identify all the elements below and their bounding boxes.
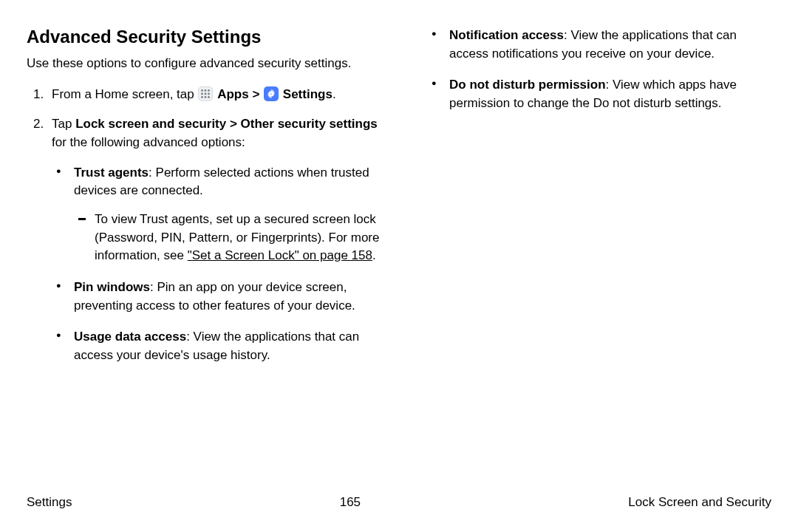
svg-point-0 bbox=[202, 89, 204, 92]
svg-point-7 bbox=[205, 96, 207, 98]
dnd-label: Do not disturb permission bbox=[449, 78, 606, 92]
step1-apps: Apps bbox=[217, 87, 249, 101]
page-heading: Advanced Security Settings bbox=[27, 27, 380, 47]
svg-point-1 bbox=[205, 89, 207, 92]
bullet-trust-agents: Trust agents: Perform selected actions w… bbox=[72, 164, 380, 265]
usage-label: Usage data access bbox=[74, 330, 186, 344]
step2-bold: Lock screen and security > Other securit… bbox=[75, 117, 378, 131]
steps-list: From a Home screen, tap Apps > Settings.… bbox=[27, 86, 380, 365]
apps-icon bbox=[198, 86, 213, 101]
step-2: Tap Lock screen and security > Other sec… bbox=[47, 115, 380, 364]
step1-suffix: . bbox=[332, 87, 336, 101]
svg-point-4 bbox=[205, 92, 207, 95]
footer-right: Lock Screen and Security bbox=[628, 495, 771, 510]
step2-prefix: Tap bbox=[52, 117, 75, 131]
pin-label: Pin windows bbox=[74, 280, 150, 294]
svg-point-5 bbox=[208, 92, 211, 95]
step-1: From a Home screen, tap Apps > Settings. bbox=[47, 86, 380, 104]
bullet-notification-access: Notification access: View the applicatio… bbox=[448, 27, 771, 63]
options-list-right: Notification access: View the applicatio… bbox=[418, 27, 771, 113]
settings-icon bbox=[264, 86, 279, 101]
intro-text: Use these options to configure advanced … bbox=[27, 55, 380, 72]
step1-chevron: > bbox=[249, 87, 263, 101]
bullet-pin-windows: Pin windows: Pin an app on your device s… bbox=[72, 279, 380, 315]
svg-point-6 bbox=[202, 96, 204, 98]
footer-left: Settings bbox=[27, 495, 72, 510]
trust-sub-suffix: . bbox=[372, 248, 376, 262]
bullet-usage-data: Usage data access: View the applications… bbox=[72, 328, 380, 364]
set-screen-lock-link[interactable]: "Set a Screen Lock" on page 158 bbox=[188, 248, 372, 262]
trust-label: Trust agents bbox=[74, 166, 149, 180]
svg-point-2 bbox=[208, 89, 211, 92]
svg-point-3 bbox=[202, 92, 204, 95]
page-footer: Settings 165 Lock Screen and Security bbox=[27, 495, 771, 510]
options-list-left: Trust agents: Perform selected actions w… bbox=[52, 164, 380, 365]
bullet-dnd-permission: Do not disturb permission: View which ap… bbox=[448, 76, 771, 112]
step1-settings: Settings bbox=[283, 87, 332, 101]
step1-prefix: From a Home screen, tap bbox=[52, 87, 197, 101]
notif-label: Notification access bbox=[449, 28, 564, 42]
trust-sub-item: To view Trust agents, set up a secured s… bbox=[92, 211, 380, 265]
svg-point-8 bbox=[208, 96, 211, 98]
footer-page-number: 165 bbox=[340, 495, 361, 510]
trust-sublist: To view Trust agents, set up a secured s… bbox=[74, 211, 380, 265]
step2-suffix: for the following advanced options: bbox=[52, 135, 245, 149]
